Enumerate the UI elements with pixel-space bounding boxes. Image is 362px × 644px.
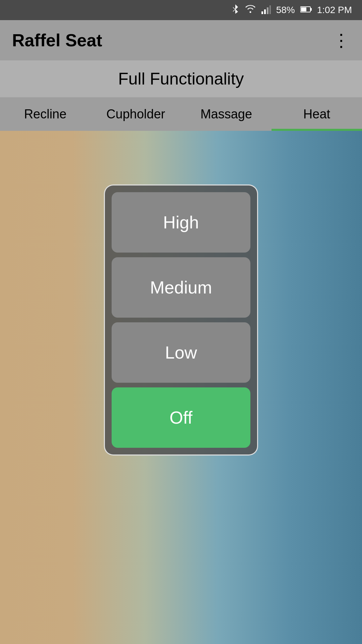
signal-icon [261,5,271,15]
svg-rect-6 [310,8,312,11]
wifi-icon [245,4,256,16]
svg-rect-1 [261,11,263,14]
svg-point-0 [249,11,251,13]
status-bar: 58% 1:02 PM [0,0,362,20]
battery-icon [300,6,312,14]
heat-low-button[interactable]: Low [112,322,250,383]
app-title: Raffel Seat [12,30,102,50]
subtitle-text: Full Functionality [118,69,244,89]
svg-rect-7 [301,7,306,11]
tab-massage[interactable]: Massage [181,97,272,131]
tab-bar: Recline Cupholder Massage Heat [0,97,362,131]
status-icons: 58% 1:02 PM [231,4,352,17]
tab-cupholder[interactable]: Cupholder [90,97,181,131]
more-options-button[interactable]: ⋮ [333,32,350,49]
subtitle-bar: Full Functionality [0,60,362,97]
time-display: 1:02 PM [317,5,352,15]
content-area: High Medium Low Off [0,131,362,644]
tab-heat[interactable]: Heat [272,97,362,131]
heat-off-button[interactable]: Off [112,387,250,448]
app-bar: Raffel Seat ⋮ [0,20,362,60]
bluetooth-icon [231,4,239,17]
battery-percent: 58% [276,5,295,15]
tab-recline[interactable]: Recline [0,97,90,131]
svg-rect-3 [267,7,268,14]
heat-control-panel: High Medium Low Off [104,184,258,455]
svg-rect-4 [269,5,271,14]
svg-rect-2 [264,9,266,14]
heat-high-button[interactable]: High [112,192,250,253]
heat-medium-button[interactable]: Medium [112,257,250,318]
